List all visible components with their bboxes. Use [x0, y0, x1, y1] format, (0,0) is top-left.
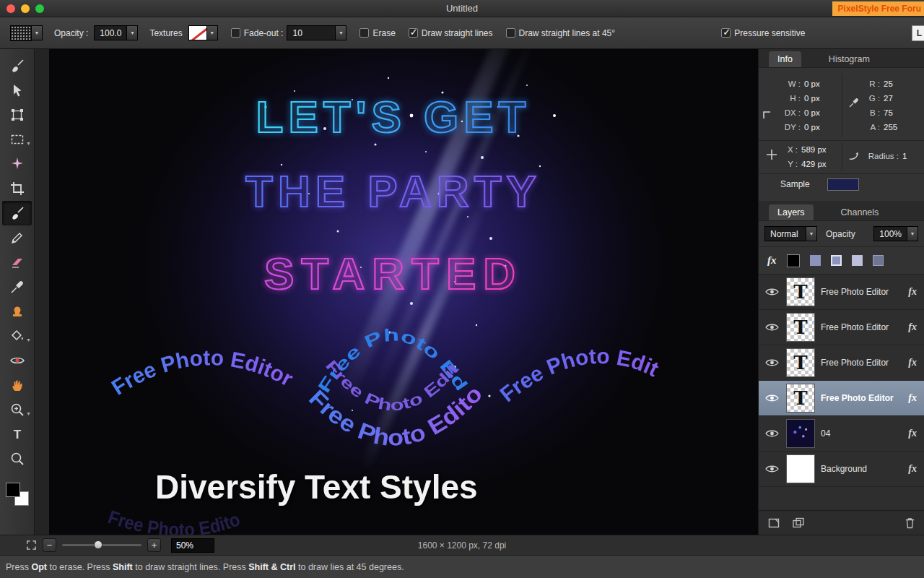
tab-channels[interactable]: Channels — [832, 204, 888, 220]
zoom-slider-thumb[interactable] — [94, 540, 103, 549]
layer-row[interactable]: T Free Photo Editor fx — [759, 345, 924, 381]
opacity-value[interactable]: 100.0 — [94, 25, 127, 40]
tool-text[interactable]: T — [0, 422, 34, 447]
layer-thumbnail[interactable]: T — [786, 313, 815, 342]
layer-thumbnail[interactable] — [786, 419, 815, 448]
shadow-style-2-button[interactable] — [831, 255, 842, 266]
visibility-toggle[interactable] — [763, 428, 780, 439]
zoom-out-button[interactable]: − — [43, 538, 56, 552]
canvas-document[interactable]: LET'S GET THE PARTY STARTED Free Photo E… — [49, 49, 758, 535]
foreground-color-swatch[interactable] — [6, 483, 20, 497]
blend-mode-value[interactable]: Normal — [764, 226, 806, 241]
opacity-dropdown-arrow[interactable] — [126, 25, 138, 40]
brush-dropdown-arrow[interactable] — [31, 25, 43, 40]
layer-row[interactable]: 04 fx — [759, 416, 924, 452]
shadow-style-3-button[interactable] — [852, 255, 863, 266]
tool-transform[interactable] — [0, 103, 34, 127]
zoom-dropdown-arrow[interactable] — [26, 411, 31, 416]
tool-zoom[interactable] — [0, 447, 34, 471]
visibility-toggle[interactable] — [763, 393, 780, 403]
layer-name[interactable]: 04 — [821, 428, 902, 439]
fit-screen-icon[interactable] — [26, 540, 37, 551]
layer-name[interactable]: Background — [821, 464, 902, 474]
fadeout-dropdown[interactable]: 10 — [287, 25, 346, 40]
tool-eraser[interactable] — [0, 250, 34, 275]
tool-brush[interactable] — [2, 201, 32, 225]
move-cursor-icon — [9, 82, 25, 98]
layer-opacity-dropdown[interactable]: 100% — [873, 226, 918, 241]
tool-stamp[interactable] — [0, 299, 34, 324]
tool-red-eye[interactable] — [0, 348, 34, 373]
promo-link[interactable]: PixelStyle Free Foru — [832, 1, 924, 16]
blend-mode-arrow[interactable] — [806, 226, 817, 241]
tool-crop[interactable] — [0, 176, 34, 201]
tab-info[interactable]: Info — [769, 51, 801, 67]
layer-fx-button[interactable]: fx — [908, 392, 917, 404]
layer-thumbnail[interactable] — [786, 454, 815, 483]
layer-fx-button[interactable]: fx — [908, 357, 917, 368]
tool-paintbrush[interactable] — [0, 53, 34, 78]
layer-actions-bar — [759, 510, 924, 535]
fadeout-dropdown-arrow[interactable] — [335, 25, 346, 40]
zoom-in-button[interactable]: + — [147, 538, 161, 552]
erase-checkbox[interactable] — [359, 28, 369, 38]
fill-black-button[interactable] — [787, 254, 800, 267]
tool-move[interactable] — [0, 78, 34, 103]
layer-row[interactable]: Background fx — [759, 452, 924, 487]
opacity-dropdown[interactable]: 100.0 — [94, 25, 138, 40]
layer-fx-button[interactable]: fx — [908, 286, 917, 298]
layer-thumbnail[interactable]: T — [786, 348, 815, 377]
layer-opacity-value[interactable]: 100% — [873, 226, 907, 241]
visibility-toggle[interactable] — [763, 322, 780, 332]
tool-rect-select[interactable] — [0, 127, 34, 152]
canvas-area: LET'S GET THE PARTY STARTED Free Photo E… — [35, 49, 758, 535]
layer-row-selected[interactable]: T Free Photo Editor fx — [759, 381, 924, 416]
bucket-dropdown-arrow[interactable] — [26, 337, 31, 342]
layer-fx-button[interactable]: fx — [908, 428, 917, 439]
tab-layers[interactable]: Layers — [769, 204, 814, 220]
x-label: X : — [783, 145, 798, 154]
layer-name[interactable]: Free Photo Editor — [821, 393, 902, 403]
zoom-value-field[interactable]: 50% — [171, 538, 214, 553]
shadow-style-4-button[interactable] — [873, 255, 884, 266]
tool-hand[interactable] — [0, 373, 34, 397]
layer-fx-button[interactable]: fx — [908, 463, 917, 475]
new-layer-icon[interactable] — [767, 517, 780, 529]
shadow-style-1-button[interactable] — [810, 255, 821, 266]
layer-name[interactable]: Free Photo Editor — [821, 287, 902, 297]
toolbar-partial-control[interactable]: L — [912, 25, 924, 41]
tool-zoom-in[interactable] — [0, 397, 34, 422]
tool-paint-bucket[interactable] — [0, 324, 34, 348]
fadeout-value[interactable]: 10 — [287, 25, 336, 40]
tool-pencil[interactable] — [0, 225, 34, 250]
duplicate-layer-icon[interactable] — [792, 517, 805, 529]
layer-thumbnail[interactable]: T — [786, 277, 815, 306]
zoom-slider[interactable] — [62, 544, 141, 546]
layer-fx-button[interactable]: fx — [908, 322, 917, 333]
title-line-3: STARTED — [264, 249, 523, 298]
marquee-dropdown-arrow[interactable] — [26, 141, 31, 146]
delete-layer-icon[interactable] — [905, 517, 915, 529]
pressure-checkbox[interactable] — [721, 28, 731, 38]
layer-row[interactable]: T Free Photo Editor fx — [759, 310, 924, 345]
layer-name[interactable]: Free Photo Editor — [821, 358, 902, 368]
straight-lines-checkbox[interactable] — [409, 28, 418, 38]
fadeout-checkbox[interactable] — [231, 28, 240, 38]
textures-dropdown-arrow[interactable] — [206, 25, 218, 40]
layer-opacity-arrow[interactable] — [907, 226, 918, 241]
tab-histogram[interactable]: Histogram — [820, 51, 879, 67]
status-key-opt: Opt — [31, 562, 47, 572]
visibility-toggle[interactable] — [763, 287, 780, 297]
visibility-toggle[interactable] — [763, 464, 780, 474]
textures-picker[interactable] — [188, 25, 218, 40]
visibility-toggle[interactable] — [763, 358, 780, 368]
straight-45-checkbox[interactable] — [506, 28, 515, 38]
blend-mode-dropdown[interactable]: Normal — [764, 226, 817, 241]
layer-name[interactable]: Free Photo Editor — [821, 322, 902, 332]
brush-picker[interactable] — [10, 25, 43, 41]
tool-eyedropper[interactable] — [0, 275, 34, 299]
color-swatches[interactable] — [6, 483, 29, 506]
tool-magic-wand[interactable] — [0, 152, 34, 176]
layer-row[interactable]: T Free Photo Editor fx — [759, 275, 924, 310]
layer-thumbnail[interactable]: T — [786, 384, 815, 413]
